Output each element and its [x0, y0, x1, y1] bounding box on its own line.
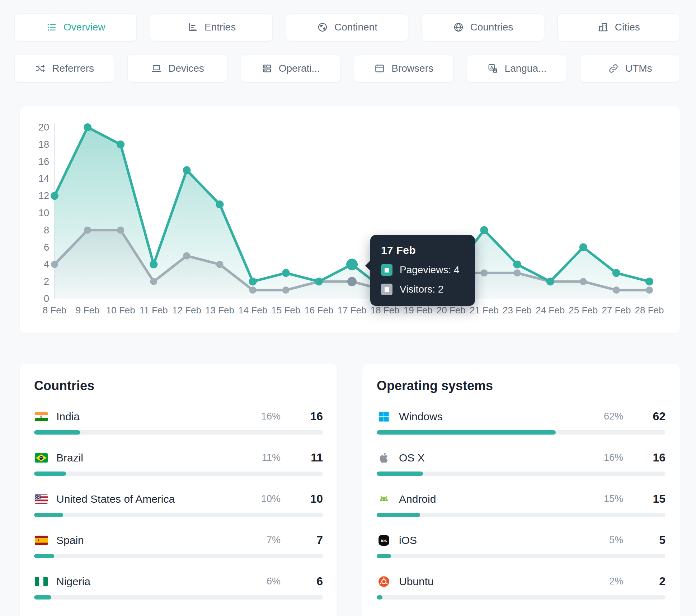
ubuntu-icon — [377, 575, 391, 588]
server-icon — [261, 63, 273, 74]
tab-label: Continent — [334, 22, 377, 33]
visitors-point[interactable] — [514, 269, 521, 276]
stat-row-windows[interactable]: Windows62%62 — [377, 410, 666, 435]
pageviews-point[interactable] — [645, 278, 653, 285]
tab-continent[interactable]: Continent — [286, 13, 408, 41]
stat-percent: 10% — [261, 493, 281, 504]
y-axis-label: 20 — [38, 122, 49, 133]
visitors-point[interactable] — [580, 278, 587, 285]
shuffle-icon — [34, 63, 46, 74]
visitors-point[interactable] — [216, 261, 224, 268]
visitors-point[interactable] — [613, 286, 620, 294]
legend-chip-inner — [385, 268, 389, 273]
tab-label: Countries — [470, 22, 513, 33]
tab-operati[interactable]: Operati... — [241, 55, 340, 82]
pageviews-point[interactable] — [315, 278, 323, 285]
x-axis-label: 17 Feb — [338, 305, 367, 316]
stat-value: 2 — [642, 575, 666, 588]
tab-cities[interactable]: Cities — [558, 13, 680, 41]
stat-value: 10 — [299, 492, 323, 506]
pageviews-point[interactable] — [579, 243, 587, 251]
stat-progress-fill — [34, 595, 51, 600]
visitors-point[interactable] — [646, 286, 653, 294]
stat-progress-track — [377, 554, 666, 558]
tab-label: Overview — [64, 22, 105, 33]
stat-row-ios[interactable]: iosiOS5%5 — [377, 534, 666, 558]
tab-langua[interactable]: AZLangua... — [467, 55, 566, 82]
stat-label: iOS — [399, 534, 417, 546]
stat-row-ubuntu[interactable]: Ubuntu2%2 — [377, 575, 666, 600]
stat-row-os-x[interactable]: OS X16%16 — [377, 451, 666, 476]
pageviews-point[interactable] — [51, 192, 58, 200]
tooltip-visitors-text: Visitors: 2 — [400, 284, 443, 295]
operating-systems-list: Windows62%62OS X16%16Android15%15iosiOS5… — [377, 410, 666, 600]
tab-label: Entries — [204, 22, 236, 33]
stat-value: 16 — [299, 410, 323, 423]
tab-utms[interactable]: UTMs — [580, 55, 680, 82]
pageviews-point[interactable] — [612, 269, 620, 277]
tab-devices[interactable]: Devices — [127, 55, 227, 82]
laptop-icon — [151, 63, 162, 74]
visitors-point[interactable] — [249, 286, 257, 294]
visitors-point[interactable] — [183, 252, 190, 260]
pageviews-point[interactable] — [117, 141, 124, 148]
visitors-point[interactable] — [150, 278, 157, 285]
y-axis-label: 10 — [38, 208, 49, 218]
tab-label: Devices — [168, 63, 204, 74]
pageviews-point[interactable] — [346, 259, 358, 270]
pageviews-point[interactable] — [216, 200, 224, 208]
pageviews-point[interactable] — [546, 278, 554, 285]
visitors-point[interactable] — [347, 277, 357, 286]
stat-value: 5 — [642, 534, 666, 547]
stat-percent: 16% — [261, 411, 281, 422]
pageviews-point[interactable] — [183, 166, 191, 174]
pageviews-point[interactable] — [282, 269, 290, 277]
pageviews-point[interactable] — [513, 260, 521, 268]
stat-label: United States of America — [56, 493, 175, 505]
tab-countries[interactable]: Countries — [422, 13, 544, 41]
stat-percent: 16% — [604, 452, 623, 463]
tab-entries[interactable]: Entries — [150, 13, 272, 41]
translate-icon: AZ — [487, 63, 499, 74]
stat-progress-track — [377, 430, 666, 435]
x-axis-label: 25 Feb — [569, 305, 598, 316]
stat-row-header: Spain7%7 — [34, 534, 323, 547]
stat-row-india[interactable]: India16%16 — [34, 410, 323, 435]
pageviews-point[interactable] — [150, 260, 157, 268]
svg-text:ios: ios — [381, 538, 387, 543]
x-axis-label: 14 Feb — [238, 305, 267, 316]
tab-referrers[interactable]: Referrers — [14, 55, 114, 82]
pageviews-point[interactable] — [480, 226, 488, 234]
stat-row-header: Windows62%62 — [377, 410, 666, 423]
visitors-point[interactable] — [282, 286, 290, 294]
tab-overview[interactable]: Overview — [14, 13, 137, 41]
stat-percent: 15% — [604, 493, 623, 504]
tooltip-pageviews-row: Pageviews: 4 — [381, 264, 463, 276]
y-axis-label: 0 — [44, 293, 49, 304]
visitors-point[interactable] — [51, 261, 58, 268]
stat-row-nigeria[interactable]: Nigeria6%6 — [34, 575, 323, 600]
stat-progress-track — [34, 513, 323, 517]
tab-label: Browsers — [391, 63, 433, 74]
stat-label: Nigeria — [56, 575, 90, 588]
y-axis-label: 16 — [38, 156, 49, 167]
stat-row-brazil[interactable]: Brazil11%11 — [34, 451, 323, 476]
visitors-point[interactable] — [84, 227, 91, 234]
entries-chart-icon — [187, 22, 198, 33]
traffic-line-chart[interactable]: 024681012141618208 Feb9 Feb10 Feb11 Feb1… — [20, 106, 680, 333]
visitors-point[interactable] — [117, 227, 124, 234]
stat-progress-track — [377, 513, 666, 517]
stat-row-spain[interactable]: Spain7%7 — [34, 534, 323, 558]
chart-tooltip: 17 Feb Pageviews: 4 Visitors: 2 — [370, 235, 475, 306]
tab-label: Langua... — [505, 63, 547, 74]
tab-label: Referrers — [52, 63, 94, 74]
x-axis-label: 27 Feb — [602, 305, 631, 316]
visitors-point[interactable] — [480, 269, 488, 276]
svg-text:Z: Z — [494, 69, 496, 72]
stat-row-united-states-of-america[interactable]: United States of America10%10 — [34, 492, 323, 517]
stat-label: Spain — [56, 534, 84, 546]
tab-browsers[interactable]: Browsers — [354, 55, 453, 82]
pageviews-point[interactable] — [249, 278, 257, 285]
pageviews-point[interactable] — [84, 123, 91, 131]
stat-row-android[interactable]: Android15%15 — [377, 492, 666, 517]
